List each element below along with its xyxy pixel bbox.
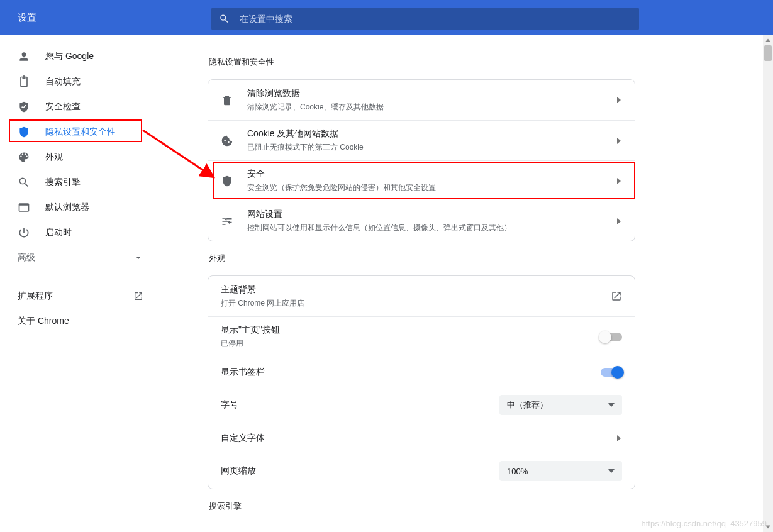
- privacy-card: 清除浏览数据 清除浏览记录、Cookie、缓存及其他数据 Cookie 及其他网…: [208, 79, 635, 241]
- cookie-icon: [221, 135, 233, 147]
- shield-icon: [18, 126, 30, 138]
- row-subtitle: 控制网站可以使用和显示什么信息（如位置信息、摄像头、弹出式窗口及其他）: [247, 223, 609, 233]
- row-subtitle: 打开 Chrome 网上应用店: [221, 298, 611, 309]
- chevron-down-icon: [133, 253, 143, 263]
- appearance-section-heading: 外观: [209, 253, 754, 264]
- power-icon: [18, 226, 30, 239]
- open-in-new-icon: [133, 291, 143, 301]
- sidebar-item-label: 外观: [45, 152, 63, 163]
- row-subtitle: 清除浏览记录、Cookie、缓存及其他数据: [247, 102, 609, 113]
- row-title: 字号: [221, 399, 499, 411]
- row-title: 显示"主页"按钮: [221, 324, 601, 336]
- row-subtitle: 已阻止无痕模式下的第三方 Cookie: [247, 142, 609, 153]
- header: 设置: [0, 0, 773, 35]
- row-title: 主题背景: [221, 284, 611, 296]
- page-zoom-select[interactable]: 100%: [499, 461, 622, 481]
- sidebar-item-on-startup[interactable]: 启动时: [0, 220, 161, 245]
- row-site-settings[interactable]: 网站设置 控制网站可以使用和显示什么信息（如位置信息、摄像头、弹出式窗口及其他）: [208, 201, 635, 241]
- row-security[interactable]: 安全 安全浏览（保护您免受危险网站的侵害）和其他安全设置: [208, 160, 635, 201]
- sidebar-advanced-toggle[interactable]: 高级: [0, 245, 161, 270]
- scroll-up-button[interactable]: [763, 35, 773, 45]
- row-subtitle: 已停用: [221, 338, 601, 349]
- row-customize-fonts[interactable]: 自定义字体: [208, 423, 635, 453]
- chevron-right-icon: [616, 435, 622, 441]
- row-title: 清除浏览数据: [247, 88, 609, 99]
- chevron-right-icon: [616, 178, 622, 184]
- sidebar-extensions[interactable]: 扩展程序: [0, 284, 161, 309]
- page-title: 设置: [18, 12, 36, 24]
- row-font-size: 字号 中（推荐）: [208, 387, 635, 423]
- chevron-down-icon: [608, 403, 615, 407]
- row-show-bookmarks-bar[interactable]: 显示书签栏: [208, 357, 635, 387]
- sidebar-about-label: 关于 Chrome: [18, 316, 69, 327]
- sidebar-divider: [0, 277, 161, 277]
- sidebar-item-privacy[interactable]: 隐私设置和安全性: [0, 119, 161, 145]
- shield-check-icon: [18, 101, 30, 113]
- search-icon: [219, 13, 230, 25]
- sidebar-advanced-label: 高级: [18, 252, 35, 263]
- sidebar-item-label: 您与 Google: [45, 51, 94, 62]
- row-title: 网站设置: [247, 209, 609, 220]
- row-theme[interactable]: 主题背景 打开 Chrome 网上应用店: [208, 276, 635, 316]
- row-page-zoom: 网页缩放 100%: [208, 453, 635, 489]
- privacy-section-heading: 隐私设置和安全性: [209, 57, 754, 68]
- sidebar-item-label: 自动填充: [45, 76, 81, 87]
- sidebar-item-label: 安全检查: [45, 101, 81, 113]
- row-title: 安全: [247, 169, 609, 180]
- scroll-down-button[interactable]: [763, 522, 773, 532]
- sidebar-item-label: 搜索引擎: [45, 177, 81, 188]
- row-show-home-button[interactable]: 显示"主页"按钮 已停用: [208, 316, 635, 357]
- sliders-icon: [221, 215, 233, 228]
- chevron-right-icon: [616, 97, 622, 103]
- palette-icon: [18, 151, 30, 163]
- open-in-new-icon: [611, 291, 622, 302]
- sidebar-about[interactable]: 关于 Chrome: [0, 309, 161, 334]
- search-engine-section-heading: 搜索引擎: [209, 501, 754, 512]
- row-title: Cookie 及其他网站数据: [247, 128, 609, 140]
- shield-icon: [221, 175, 233, 187]
- appearance-card: 主题背景 打开 Chrome 网上应用店 显示"主页"按钮 已停用 显示书签栏: [208, 275, 635, 489]
- toggle-bookmarks-bar[interactable]: [601, 368, 622, 377]
- scrollbar-thumb[interactable]: [764, 45, 772, 61]
- chevron-right-icon: [616, 218, 622, 224]
- sidebar-item-you-and-google[interactable]: 您与 Google: [0, 44, 161, 69]
- scrollbar[interactable]: [763, 35, 773, 532]
- font-size-value: 中（推荐）: [507, 399, 548, 411]
- sidebar-item-label: 启动时: [45, 227, 72, 238]
- sidebar-extensions-label: 扩展程序: [18, 291, 53, 302]
- sidebar-item-safety-check[interactable]: 安全检查: [0, 94, 161, 119]
- sidebar: 您与 Google 自动填充 安全检查 隐私设置和安全性 外观 搜索引擎 默认浏…: [0, 35, 161, 532]
- row-title: 网页缩放: [221, 465, 499, 477]
- font-size-select[interactable]: 中（推荐）: [499, 395, 622, 415]
- row-subtitle: 安全浏览（保护您免受危险网站的侵害）和其他安全设置: [247, 182, 609, 193]
- row-title: 自定义字体: [221, 433, 609, 444]
- person-icon: [18, 50, 30, 63]
- row-clear-browsing-data[interactable]: 清除浏览数据 清除浏览记录、Cookie、缓存及其他数据: [208, 80, 635, 120]
- clipboard-icon: [18, 75, 30, 88]
- search-icon: [18, 176, 30, 189]
- sidebar-item-autofill[interactable]: 自动填充: [0, 69, 161, 94]
- row-cookies[interactable]: Cookie 及其他网站数据 已阻止无痕模式下的第三方 Cookie: [208, 120, 635, 160]
- settings-content: 隐私设置和安全性 清除浏览数据 清除浏览记录、Cookie、缓存及其他数据 Co…: [201, 45, 762, 532]
- row-title: 显示书签栏: [221, 367, 601, 378]
- sidebar-item-appearance[interactable]: 外观: [0, 145, 161, 170]
- sidebar-item-search-engine[interactable]: 搜索引擎: [0, 170, 161, 195]
- browser-icon: [18, 201, 30, 214]
- search-input[interactable]: [240, 14, 631, 24]
- sidebar-item-label: 隐私设置和安全性: [45, 126, 116, 138]
- chevron-right-icon: [616, 138, 622, 144]
- sidebar-item-default-browser[interactable]: 默认浏览器: [0, 195, 161, 220]
- search-bar[interactable]: [211, 8, 639, 30]
- toggle-home-button[interactable]: [601, 333, 622, 341]
- chevron-down-icon: [608, 469, 615, 473]
- sidebar-item-label: 默认浏览器: [45, 202, 89, 213]
- trash-icon: [221, 94, 233, 106]
- page-zoom-value: 100%: [507, 467, 528, 476]
